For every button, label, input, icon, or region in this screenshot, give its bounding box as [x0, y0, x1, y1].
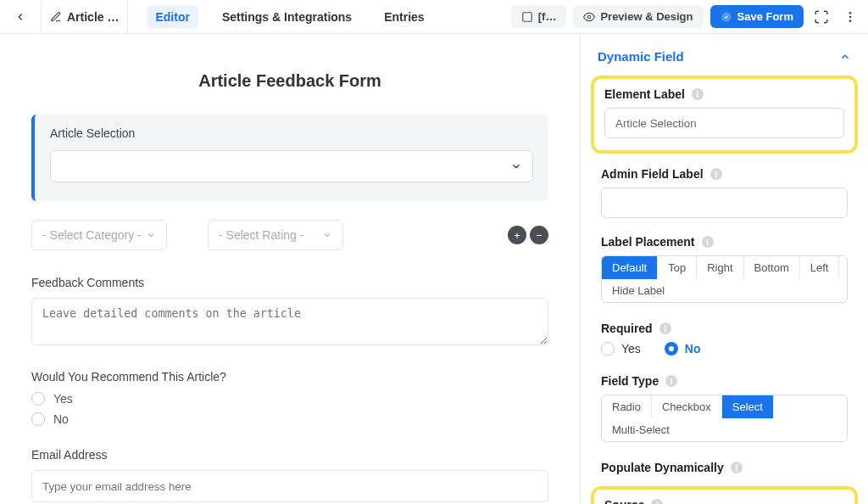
placement-right[interactable]: Right [697, 256, 743, 279]
add-button[interactable]: + [508, 226, 526, 244]
admin-label-heading: Admin Field Label i [601, 167, 848, 181]
rating-placeholder: - Select Rating - [219, 228, 303, 242]
fieldtype-select[interactable]: Select [722, 395, 774, 418]
side-panel: Dynamic Field Element Label i Admin Fiel… [580, 34, 868, 504]
remove-button[interactable]: − [530, 226, 548, 244]
panel-header[interactable]: Dynamic Field [581, 34, 868, 76]
placement-default[interactable]: Default [602, 256, 658, 279]
required-yes-label: Yes [621, 342, 641, 356]
fieldtype-radio[interactable]: Radio [602, 395, 652, 418]
required-no-option[interactable]: No [665, 342, 701, 356]
info-icon[interactable]: i [659, 322, 671, 334]
placement-top[interactable]: Top [658, 256, 697, 279]
placement-bottom[interactable]: Bottom [744, 256, 800, 279]
back-button[interactable] [7, 3, 34, 31]
save-form-button[interactable]: Save Form [710, 5, 804, 28]
fieldtype-multiselect[interactable]: Multi-Select [602, 418, 680, 441]
svg-point-1 [588, 15, 592, 19]
info-icon[interactable]: i [702, 236, 714, 248]
email-label: Email Address [31, 448, 548, 462]
info-icon[interactable]: i [731, 462, 743, 473]
category-select[interactable]: - Select Category - [31, 220, 167, 250]
chevron-up-icon [839, 51, 851, 63]
field-label: Article Selection [50, 126, 533, 140]
form-title-header[interactable]: Article … [41, 0, 128, 34]
form-wrap: Article Selection - Select Category - - … [31, 115, 548, 502]
tab-entries[interactable]: Entries [376, 5, 432, 29]
save-label: Save Form [737, 10, 793, 23]
source-highlight: Source i Post [591, 486, 858, 504]
label-placement-group: Label Placement i Default Top Right Bott… [587, 230, 861, 306]
panel-title: Dynamic Field [598, 49, 684, 64]
svg-point-3 [849, 12, 852, 14]
admin-field-group: Admin Field Label i [587, 162, 861, 221]
populate-heading: Populate Dynamically i [601, 461, 848, 474]
radio-icon [31, 412, 45, 426]
radio-icon [601, 342, 615, 356]
row-category-rating: - Select Category - - Select Rating - + … [31, 220, 548, 250]
form-title-text: Article … [67, 10, 119, 24]
panel-content: Element Label i Admin Field Label i Labe… [581, 76, 868, 504]
form-canvas: Article Feedback Form Article Selection … [0, 34, 580, 504]
email-input[interactable] [31, 470, 548, 502]
fieldtype-options: Radio Checkbox Select Multi-Select [601, 395, 848, 442]
article-selection-select[interactable] [50, 150, 533, 182]
placement-hide[interactable]: Hide Label [602, 279, 675, 302]
recommend-no-label: No [53, 412, 69, 426]
element-label-input[interactable] [604, 108, 844, 138]
fieldtype-checkbox[interactable]: Checkbox [652, 395, 722, 418]
preview-label: Preview & Design [600, 10, 693, 23]
email-block[interactable]: Email Address [31, 448, 548, 502]
svg-point-5 [849, 20, 852, 22]
required-group: Required i Yes No [587, 316, 861, 359]
admin-label-input[interactable] [601, 188, 848, 218]
element-label-highlight: Element Label i [591, 76, 858, 154]
field-type-group: Field Type i Radio Checkbox Select Multi… [587, 369, 861, 445]
top-left: Article … Editor Settings & Integrations… [7, 0, 433, 34]
main-area: Article Feedback Form Article Selection … [0, 34, 868, 504]
recommend-yes-label: Yes [53, 392, 73, 406]
nav-tabs: Editor Settings & Integrations Entries [147, 5, 432, 29]
placement-left[interactable]: Left [800, 256, 840, 279]
required-no-label: No [685, 342, 701, 356]
info-icon[interactable]: i [710, 168, 722, 180]
feedback-block[interactable]: Feedback Comments [31, 276, 548, 348]
recommend-no-option[interactable]: No [31, 412, 548, 426]
chevron-down-icon [510, 160, 522, 172]
radio-icon [31, 392, 45, 406]
shortcode-button[interactable]: [f… [511, 5, 567, 28]
required-heading: Required i [601, 322, 848, 335]
preview-design-button[interactable]: Preview & Design [573, 5, 703, 28]
required-options: Yes No [601, 342, 848, 356]
required-yes-option[interactable]: Yes [601, 342, 641, 356]
form-heading: Article Feedback Form [0, 71, 580, 91]
recommend-block[interactable]: Would You Recommend This Article? Yes No [31, 370, 548, 426]
info-icon[interactable]: i [692, 88, 704, 100]
fieldtype-heading: Field Type i [601, 374, 848, 388]
selected-field-article-selection[interactable]: Article Selection [31, 115, 548, 201]
info-icon[interactable]: i [665, 375, 677, 387]
fullscreen-icon[interactable] [810, 6, 832, 28]
source-heading: Source i [604, 498, 844, 504]
top-right: [f… Preview & Design Save Form [511, 5, 861, 28]
category-placeholder: - Select Category - [42, 228, 142, 242]
radio-icon [665, 342, 678, 356]
svg-point-4 [849, 15, 852, 18]
tab-settings[interactable]: Settings & Integrations [214, 5, 360, 29]
top-bar: Article … Editor Settings & Integrations… [0, 0, 868, 34]
rating-select[interactable]: - Select Rating - [208, 220, 343, 250]
populate-heading-group: Populate Dynamically i [587, 456, 861, 484]
element-label-heading: Element Label i [604, 87, 844, 101]
feedback-label: Feedback Comments [31, 276, 548, 289]
info-icon[interactable]: i [651, 499, 663, 504]
tab-editor[interactable]: Editor [147, 5, 198, 29]
feedback-textarea[interactable] [31, 298, 548, 345]
placement-heading: Label Placement i [601, 235, 848, 249]
recommend-yes-option[interactable]: Yes [31, 392, 548, 406]
add-remove-controls: + − [508, 226, 548, 244]
placement-options: Default Top Right Bottom Left Hide Label [601, 255, 848, 303]
svg-rect-0 [522, 12, 531, 21]
recommend-label: Would You Recommend This Article? [31, 370, 548, 384]
more-icon[interactable] [839, 6, 861, 28]
shortcode-label: [f… [538, 10, 557, 23]
